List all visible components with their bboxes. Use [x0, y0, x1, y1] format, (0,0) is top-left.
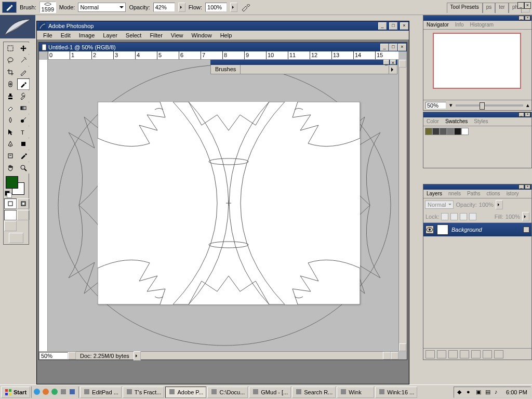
tab-navigator[interactable]: Navigator: [423, 21, 452, 29]
taskbar-task[interactable]: Wink: [337, 387, 374, 398]
history-brush-icon[interactable]: [17, 90, 30, 102]
taskbar-task[interactable]: Wink:16 ...: [375, 387, 417, 398]
panel-close-icon[interactable]: ×: [525, 184, 530, 189]
zoom-out-icon[interactable]: ▾: [449, 102, 453, 109]
screen-full-menubar-icon[interactable]: [17, 210, 30, 220]
menu-help[interactable]: Help: [216, 31, 236, 39]
dock-minimize-icon[interactable]: _: [517, 2, 524, 9]
minimize-icon[interactable]: _: [378, 22, 387, 30]
menu-file[interactable]: File: [39, 31, 57, 39]
type-tool-icon[interactable]: T: [17, 126, 30, 138]
tray-icon[interactable]: ▤: [485, 389, 493, 396]
scroll-down-icon[interactable]: [399, 343, 406, 351]
taskbar-task[interactable]: C:\Docu...: [207, 387, 248, 398]
panel-min-icon[interactable]: _: [518, 16, 524, 20]
zoom-tool-icon[interactable]: [17, 162, 30, 174]
layer-mask-icon[interactable]: [448, 350, 458, 358]
layer-row[interactable]: Background: [423, 223, 531, 236]
new-set-icon[interactable]: [460, 350, 469, 358]
screen-standard-icon[interactable]: [4, 210, 17, 220]
foreground-color-swatch[interactable]: [6, 176, 18, 189]
menu-filter[interactable]: Filter: [145, 31, 166, 39]
marquee-tool-icon[interactable]: [4, 43, 17, 54]
panel-close-icon[interactable]: ×: [525, 112, 530, 117]
menu-select[interactable]: Select: [122, 31, 146, 39]
close-icon[interactable]: ×: [400, 22, 408, 30]
pen-tool-icon[interactable]: [4, 138, 17, 150]
layer-style-icon[interactable]: [437, 350, 446, 358]
app-titlebar[interactable]: Adobe Photoshop _ □ ×: [37, 21, 409, 31]
zoom-flyout-icon[interactable]: [68, 352, 76, 360]
dock-tab[interactable]: ter: [495, 3, 509, 13]
tray-icon[interactable]: ◆: [457, 389, 464, 396]
swatch[interactable]: [425, 128, 432, 135]
eyedropper-tool-icon[interactable]: [17, 150, 30, 162]
menu-window[interactable]: Window: [188, 31, 216, 39]
opacity-flyout[interactable]: [178, 3, 185, 12]
adjustment-layer-icon[interactable]: [471, 350, 481, 358]
ql-icon[interactable]: [33, 388, 42, 396]
swatch[interactable]: [440, 128, 447, 135]
hand-tool-icon[interactable]: [4, 162, 17, 174]
zoom-input[interactable]: 50%: [39, 352, 68, 360]
doc-minimize-icon[interactable]: _: [380, 44, 389, 51]
panel-close-icon[interactable]: ×: [525, 16, 530, 20]
opacity-input[interactable]: 42%: [153, 3, 175, 12]
brushes-tab[interactable]: Brushes: [211, 65, 241, 74]
start-button[interactable]: Start: [1, 387, 30, 398]
gradient-tool-icon[interactable]: [17, 102, 30, 114]
swatch[interactable]: [461, 128, 469, 135]
shape-tool-icon[interactable]: [17, 138, 30, 150]
layer-thumbnail[interactable]: [437, 224, 448, 235]
tray-icon[interactable]: ●: [467, 389, 474, 396]
ql-icon[interactable]: [51, 388, 59, 396]
lasso-tool-icon[interactable]: [4, 55, 17, 66]
default-colors-icon[interactable]: [5, 191, 13, 197]
tab-color[interactable]: Color: [423, 117, 442, 126]
quickmask-mode-icon[interactable]: [17, 198, 30, 209]
slice-tool-icon[interactable]: [17, 66, 30, 78]
scroll-up-icon[interactable]: [399, 60, 406, 68]
blend-mode-select[interactable]: Normal: [78, 3, 126, 12]
tray-icon[interactable]: ♪: [495, 389, 502, 396]
tab-layers[interactable]: Layers: [423, 190, 445, 198]
palette-menu-icon[interactable]: [389, 65, 397, 74]
doc-maximize-icon[interactable]: □: [389, 44, 397, 51]
airbrush-icon[interactable]: [241, 3, 252, 12]
healing-tool-icon[interactable]: [4, 78, 17, 90]
navigator-zoom-input[interactable]: 50%: [425, 102, 446, 109]
link-layers-icon[interactable]: [425, 350, 435, 358]
layer-name[interactable]: Background: [451, 227, 482, 233]
blur-tool-icon[interactable]: [4, 114, 17, 126]
new-layer-icon[interactable]: [483, 350, 492, 358]
document-titlebar[interactable]: Untitled-1 @ 50% (RGB/8) _ □ ×: [39, 43, 407, 51]
brush-size-picker[interactable]: 1599: [39, 2, 56, 13]
crop-tool-icon[interactable]: [4, 66, 17, 78]
dock-close-icon[interactable]: ×: [524, 2, 531, 9]
taskbar-task[interactable]: EditPad ...: [80, 387, 122, 398]
doc-info-flyout[interactable]: [134, 351, 141, 361]
notes-tool-icon[interactable]: [4, 150, 17, 162]
scroll-right-icon[interactable]: [391, 352, 398, 360]
dock-tab-tool-presets[interactable]: Tool Presets: [447, 3, 483, 13]
scroll-left-icon[interactable]: [383, 352, 391, 360]
tab-styles[interactable]: Styles: [471, 117, 491, 126]
scrollbar-vertical[interactable]: [398, 60, 407, 351]
path-select-icon[interactable]: [4, 126, 17, 138]
panel-min-icon[interactable]: _: [518, 184, 524, 189]
zoom-slider[interactable]: [456, 104, 523, 107]
flow-input[interactable]: 100%: [205, 3, 227, 12]
active-tool-icon[interactable]: [2, 2, 17, 13]
standard-mode-icon[interactable]: [4, 198, 17, 209]
tab-info[interactable]: Info: [452, 21, 467, 29]
canvas-area[interactable]: [48, 60, 398, 351]
delete-layer-icon[interactable]: [494, 350, 503, 358]
doc-close-icon[interactable]: ×: [398, 44, 406, 51]
ql-icon[interactable]: [60, 388, 68, 396]
maximize-icon[interactable]: □: [389, 22, 397, 30]
visibility-toggle-icon[interactable]: [425, 225, 434, 234]
tray-icon[interactable]: ▣: [476, 389, 483, 396]
palette-minimize-icon[interactable]: _: [383, 60, 389, 64]
menu-view[interactable]: View: [167, 31, 188, 39]
clock[interactable]: 6:00 PM: [504, 389, 527, 395]
